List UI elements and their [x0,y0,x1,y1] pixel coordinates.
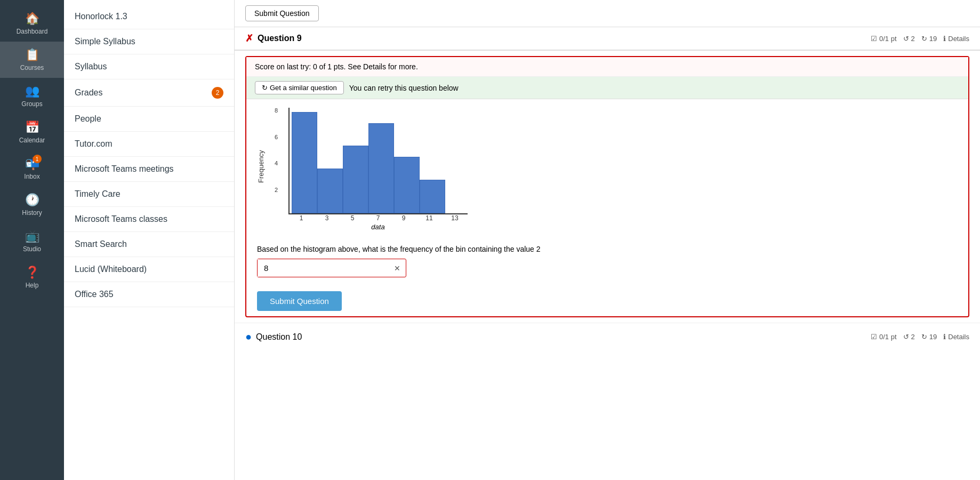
retry-icon: ↺ [903,333,909,341]
get-similar-button[interactable]: ↻ Get a similar question [255,81,344,94]
menu-item-label: Timely Care [75,189,121,199]
x-axis-labels: 1 3 5 7 9 11 13 [288,214,468,222]
bar-5 [420,180,445,213]
top-submit-button[interactable]: Submit Question [245,5,319,21]
retry-text: You can retry this question below [349,84,459,92]
menu-item-honorlock[interactable]: Honorlock 1.3 [64,4,234,29]
score-bar: Score on last try: 0 of 1 pts. See Detai… [246,57,968,77]
info-meta: ℹ Details [943,35,969,43]
menu-item-people[interactable]: People [64,107,234,132]
sidebar-item-label: Groups [21,100,42,108]
question-9-meta: ☑ 0/1 pt ↺ 2 ↻ 19 ℹ Details [871,35,969,43]
y-tick-4: 4 [275,161,278,166]
menu-item-simple-syllabus[interactable]: Simple Syllabus [64,29,234,54]
sidebar-item-courses[interactable]: 📋 Courses [0,42,64,78]
menu-item-smart-search[interactable]: Smart Search [64,232,234,257]
submit-question-button[interactable]: Submit Question [257,291,342,311]
question-9-label: Question 9 [258,34,302,43]
question-text: Based on the histogram above, what is th… [257,245,958,253]
y-axis-ticks: 2 4 6 8 [275,108,278,213]
history-icon: 🕐 [25,193,39,207]
points-value: 0/1 pt [879,35,897,43]
dashboard-icon: 🏠 [25,12,39,26]
menu-item-ms-teams-classes[interactable]: Microsoft Teams classes [64,207,234,232]
question-9-title: ✗ Question 9 [245,33,302,44]
menu-item-tutor[interactable]: Tutor.com [64,132,234,157]
retry-value: 2 [911,35,915,43]
question-10-title: ● Question 10 [245,331,302,343]
menu-item-label: Microsoft Teams meetings [75,164,174,174]
courses-icon: 📋 [25,48,39,62]
menu-item-label: Smart Search [75,239,127,249]
y-tick-8: 8 [275,108,278,114]
x-label-3: 3 [314,214,340,222]
menu-item-label: Office 365 [75,290,114,299]
top-bar: Submit Question [235,0,980,27]
menu-item-label: Syllabus [75,62,107,71]
q10-info-meta: ℹ Details [943,333,969,341]
x-label-7: 7 [365,214,391,222]
info-icon: ℹ [943,35,946,43]
attempts-meta: ↻ 19 [921,35,937,43]
q10-retry-value: 2 [911,333,915,341]
bar-1 [317,169,343,213]
menu-item-label: Honorlock 1.3 [75,12,127,21]
sidebar-item-label: Courses [20,64,44,71]
sidebar-item-label: Calendar [19,137,45,144]
x-label-1: 1 [288,214,314,222]
similar-question-bar: ↻ Get a similar question You can retry t… [246,77,968,99]
menu-item-office365[interactable]: Office 365 [64,282,234,307]
bar-3 [368,123,394,213]
groups-icon: 👥 [25,84,39,98]
sidebar-item-history[interactable]: 🕐 History [0,187,64,223]
bar-0 [292,112,317,213]
sidebar-item-calendar[interactable]: 📅 Calendar [0,114,64,150]
sidebar-item-studio[interactable]: 📺 Studio [0,223,64,259]
chart-area: 2 4 6 8 1 3 5 7 9 11 13 data [272,108,468,231]
x-label-5: 5 [340,214,365,222]
y-tick-2: 2 [275,187,278,193]
y-axis-label: Frequency [257,108,265,225]
inbox-icon: 📬 1 [25,157,39,171]
sidebar-item-dashboard[interactable]: 🏠 Dashboard [0,5,64,42]
similar-btn-label: Get a similar question [270,84,337,92]
menu-item-ms-teams-meetings[interactable]: Microsoft Teams meetings [64,157,234,182]
x-label-9: 9 [391,214,416,222]
help-icon: ❓ [25,266,39,279]
sidebar-item-label: Help [26,282,39,289]
sidebar-item-help[interactable]: ❓ Help [0,259,64,295]
checkmark-icon: ☑ [871,333,877,341]
sidebar-item-groups[interactable]: 👥 Groups [0,78,64,114]
q10-attempts-meta: ↻ 19 [921,333,937,341]
retry-meta: ↺ 2 [903,35,915,43]
x-label-11: 11 [416,214,442,222]
sidebar-item-label: Dashboard [17,28,48,35]
x-axis-label: data [288,223,468,231]
left-navigation: 🏠 Dashboard 📋 Courses 👥 Groups 📅 Calenda… [0,0,64,480]
menu-item-syllabus[interactable]: Syllabus [64,54,234,79]
q10-details-label: Details [948,333,969,341]
histogram-container: Frequency 2 4 6 8 1 [246,99,968,239]
clear-answer-button[interactable]: ✕ [389,261,406,276]
sidebar-item-label: History [22,209,42,217]
y-tick-6: 6 [275,134,278,140]
histogram: 2 4 6 8 [288,108,468,214]
retry-icon: ↺ [903,35,909,43]
calendar-icon: 📅 [25,121,39,134]
inbox-badge: 1 [33,155,42,163]
question-10-meta: ☑ 0/1 pt ↺ 2 ↻ 19 ℹ Details [871,333,969,341]
sidebar-item-inbox[interactable]: 📬 1 Inbox [0,150,64,187]
submit-area: Submit Question [246,286,968,316]
menu-item-label: Simple Syllabus [75,37,135,46]
grades-badge: 2 [212,87,223,99]
menu-item-label: Tutor.com [75,139,113,149]
checkmark-icon: ☑ [871,35,877,43]
sidebar-item-label: Studio [23,245,41,253]
x-label-13: 13 [442,214,468,222]
refresh-icon: ↻ [921,333,927,341]
answer-input[interactable] [258,259,389,277]
menu-item-lucid[interactable]: Lucid (Whiteboard) [64,257,234,282]
menu-item-timely-care[interactable]: Timely Care [64,182,234,207]
menu-item-grades[interactable]: Grades 2 [64,79,234,107]
score-text: Score on last try: 0 of 1 pts. See Detai… [255,62,418,71]
